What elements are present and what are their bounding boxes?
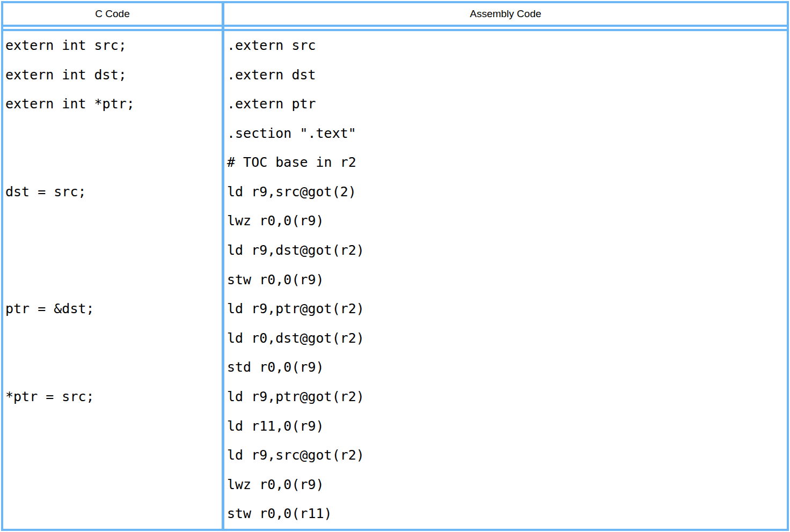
- code-line: dst = src;: [5, 178, 222, 207]
- code-line: stw r0,0(r11): [227, 499, 787, 529]
- table-body-row: extern int src;extern int dst;extern int…: [3, 29, 787, 529]
- code-line: ld r9,ptr@got(r2): [227, 294, 787, 324]
- code-comparison-page: C Code Assembly Code extern int src;exte…: [0, 0, 790, 532]
- c-code-cell: extern int src;extern int dst;extern int…: [3, 31, 224, 529]
- code-line: [5, 499, 222, 529]
- code-line: [5, 441, 222, 470]
- code-line: lwz r0,0(r9): [227, 470, 787, 500]
- code-line: lwz r0,0(r9): [227, 206, 787, 236]
- code-line: *ptr = src;: [5, 382, 222, 412]
- code-line: [5, 412, 222, 441]
- code-line: .extern src: [227, 31, 787, 61]
- code-line: extern int dst;: [5, 61, 222, 90]
- code-line: ptr = &dst;: [5, 294, 222, 324]
- code-line: .section ".text": [227, 119, 787, 149]
- code-line: extern int *ptr;: [5, 90, 222, 119]
- code-line: ld r0,dst@got(r2): [227, 324, 787, 353]
- code-line: extern int src;: [5, 31, 222, 61]
- code-line: [5, 324, 222, 353]
- code-line: ld r9,dst@got(r2): [227, 236, 787, 265]
- code-line: .extern dst: [227, 61, 787, 90]
- code-line: [5, 119, 222, 149]
- code-line: [5, 353, 222, 382]
- code-line: ld r9,src@got(2): [227, 178, 787, 207]
- code-line: [5, 470, 222, 500]
- code-line: [5, 265, 222, 295]
- code-line: ld r9,ptr@got(r2): [227, 382, 787, 412]
- code-line: ld r9,src@got(r2): [227, 441, 787, 470]
- column-header-assembly-code: Assembly Code: [224, 3, 787, 25]
- table-header-row: C Code Assembly Code: [3, 3, 787, 27]
- code-line: # TOC base in r2: [227, 148, 787, 178]
- code-comparison-table: C Code Assembly Code extern int src;exte…: [1, 1, 789, 531]
- code-line: ld r11,0(r9): [227, 412, 787, 441]
- code-line: [5, 236, 222, 265]
- code-line: std r0,0(r9): [227, 353, 787, 382]
- code-line: [5, 148, 222, 178]
- code-line: stw r0,0(r9): [227, 265, 787, 295]
- code-line: .extern ptr: [227, 90, 787, 119]
- code-line: [5, 206, 222, 236]
- column-header-c-code: C Code: [3, 3, 224, 25]
- assembly-code-cell: .extern src.extern dst.extern ptr.sectio…: [224, 31, 787, 529]
